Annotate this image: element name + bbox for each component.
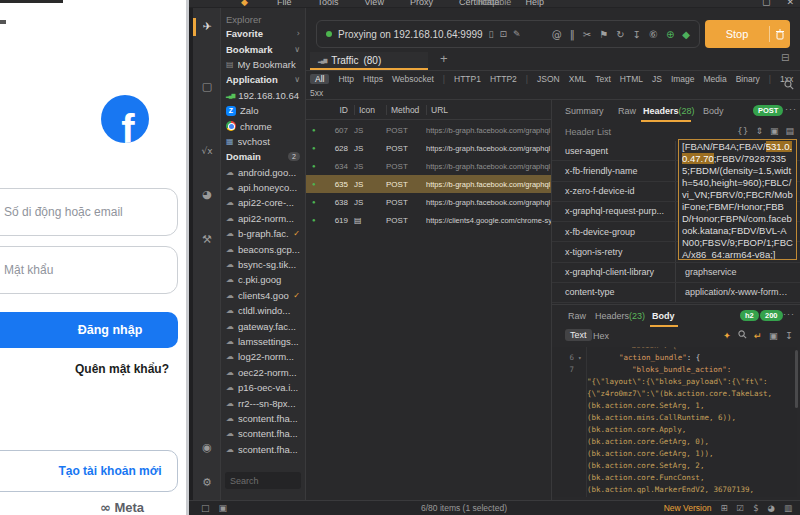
filter-json[interactable]: JSON [537,74,560,84]
sidebar-item-chrome[interactable]: chrome [221,118,305,133]
traffic-row-619[interactable]: ●619▤POSThttps://clients4.google.com/chr… [306,211,551,229]
script-nav-icon[interactable]: √x [193,146,221,156]
filter-js[interactable]: JS [652,74,662,84]
sidebar-item-api22-norm[interactable]: ☁api22-norm... [221,211,305,226]
col-icon[interactable]: Icon [354,105,380,115]
trash-icon[interactable] [770,29,790,40]
filter-websocket[interactable]: Websocket [392,74,434,84]
sidebar-section-domain[interactable]: Domain2 [221,149,305,164]
tasks-icon[interactable]: ☑ [737,503,745,513]
create-account-button[interactable]: Tạo tài khoản mới [0,450,178,492]
sidebar-item-b-graph-fac[interactable]: ☁b-graph.fac...✓ [221,226,305,241]
sidebar-item-zalo[interactable]: ZZalo [221,103,305,118]
header-row-content-type[interactable]: content-typeapplication/x-www-form… [552,283,800,303]
sidebar-item-clients4-goo[interactable]: ☁clients4.goo...✓ [221,288,305,303]
header-row-x-graphql-client-library[interactable]: x-graphql-client-librarygraphservice [552,263,800,283]
debug-icon[interactable]: ⚑ [599,29,608,40]
filter-binary[interactable]: Binary [736,74,760,84]
layout-icon[interactable]: ▥ [784,503,792,513]
sidebar-item-beacons-gcp[interactable]: ☁beacons.gcp... [221,241,305,256]
filter-html[interactable]: HTML [620,74,643,84]
sidebar-item-svchost[interactable]: ▦svchost [221,134,305,149]
wrap-icon[interactable]: ↵ [754,330,762,341]
sidebar-item-scontent-fha[interactable]: ☁scontent.fha... [221,426,305,441]
sidebar-section-application[interactable]: Application∨ [221,72,305,87]
download-icon[interactable]: ↧ [785,330,793,341]
filter-http2[interactable]: HTTP2 [490,74,517,84]
traffic-row-634[interactable]: ●634JSPOSThttps://b-graph.facebook.com/g… [306,157,551,175]
sidebar-item-p16-oec-va-i[interactable]: ☁p16-oec-va.i... [221,380,305,395]
tab-summary[interactable]: Summary [565,106,604,116]
sidebar-item-scontent-fha[interactable]: ☁scontent.fha... [221,411,305,426]
panel-collapse-icon[interactable]: ⊟ [781,52,789,63]
tab-resp-raw[interactable]: Raw [568,311,586,321]
scrollbar[interactable] [795,350,798,408]
sidebar-search-input[interactable] [225,472,301,489]
search-icon[interactable] [738,330,747,341]
col-method[interactable]: Method [386,105,420,115]
sidebar-item-c-pki-goog[interactable]: ☁c.pki.goog [221,272,305,287]
settings-gear-icon[interactable]: ⚙ [193,476,221,489]
sidebar-item-bsync-sg-tik[interactable]: ☁bsync-sg.tik... [221,257,305,272]
braces-icon[interactable]: {} [737,126,748,136]
sidebar-item-oec22-norm[interactable]: ☁oec22-norm... [221,365,305,380]
tools-nav-icon[interactable]: ⚒ [193,233,221,246]
pricing-icon[interactable]: $ [753,503,758,513]
explorer-nav-icon[interactable]: ✈ [193,20,221,33]
close-icon[interactable]: ✕ [786,0,794,7]
filter-image[interactable]: Image [671,74,695,84]
filter-http1[interactable]: HTTP1 [454,74,481,84]
account-icon[interactable]: ◉ [193,441,221,454]
edit-icon[interactable]: ✎ [513,29,521,39]
sidebar-item-my-bookmark[interactable]: ▤My Bookmark [221,57,305,72]
sort-icon[interactable]: ⇕ [755,126,763,136]
filter-all[interactable]: All [310,74,329,84]
ssl-shield-icon[interactable]: ◆ [682,29,690,40]
sidebar-item-192-168-10-64[interactable]: ▂▄▆192.168.10.64 [221,88,305,103]
stop-button[interactable]: Stop [705,20,790,48]
sidebar-section-bookmark[interactable]: Bookmark∨ [221,41,305,56]
history-nav-icon[interactable]: ◕ [193,188,221,201]
sidebar-item-android-goo[interactable]: ☁android.goo... [221,165,305,180]
filter-http[interactable]: Http [338,74,354,84]
more-menu-icon[interactable]: ··· [783,309,795,319]
traffic-row-607[interactable]: ●607JSPOSThttps://b-graph.facebook.com/g… [306,121,551,139]
notification-bell-icon[interactable]: ◕ [768,503,775,513]
traffic-row-638[interactable]: ●638JSPOSThttps://b-graph.facebook.com/g… [306,193,551,211]
sidebar-item-ctldl-windo[interactable]: ☁ctldl.windo... [221,303,305,318]
response-body-code[interactable]: "action": {6▾"action_bundle": {7"bloks_b… [552,347,797,497]
login-button[interactable]: Đăng nhập [0,312,178,348]
scissors-icon[interactable]: ✂ [583,29,591,40]
filter-text[interactable]: Text [595,74,611,84]
copy-icon[interactable]: ▣ [769,330,778,341]
fullscreen-icon[interactable]: ▣ [219,503,228,513]
phone-icon[interactable]: ▯ [489,29,494,39]
password-field[interactable] [0,246,178,294]
collection-nav-icon[interactable]: ▢ [193,80,221,93]
copy-icon[interactable]: ▣ [770,126,779,136]
tab-resp-body[interactable]: Body [652,311,675,321]
maximize-icon[interactable]: ▢ [762,0,771,7]
tab-traffic[interactable]: ▂▄▆ Traffic (80) [310,52,428,70]
traffic-row-635[interactable]: ●635JSPOSThttps://b-graph.facebook.com/g… [306,175,551,193]
filter-https[interactable]: Https [363,74,383,84]
compose-icon[interactable]: @ [552,29,562,40]
file-icon[interactable]: ▤ [786,126,795,136]
window-icon[interactable]: □ [201,503,210,513]
sidebar-item-scontent-fha[interactable]: ☁scontent.fha... [221,442,305,457]
mirror-icon[interactable]: ⑥ [649,29,658,40]
sidebar-section-favorite[interactable]: Favorite› [221,26,305,41]
traffic-row-628[interactable]: ●628JSPOSThttps://b-graph.facebook.com/g… [306,139,551,157]
filter-5xx[interactable]: 5xx [310,88,323,98]
tab-resp-headers[interactable]: Headers(23) [595,311,645,321]
filter-xml[interactable]: XML [569,74,586,84]
breakpoint-icon[interactable]: ‖ [570,29,575,40]
screencast-icon[interactable]: ⊡ [500,29,508,39]
tab-raw[interactable]: Raw [618,106,636,116]
more-menu-icon[interactable]: ··· [785,104,797,114]
search-icon[interactable] [784,76,794,94]
user-agent-value-box[interactable]: [FBAN/FB4A;FBAV/531.0.0.47.70;FBBV/79287… [678,139,797,260]
rewrite-icon[interactable]: ↻ [616,29,624,40]
tab-headers[interactable]: Headers(28) [643,106,695,116]
import-icon[interactable]: ↧ [633,29,641,40]
